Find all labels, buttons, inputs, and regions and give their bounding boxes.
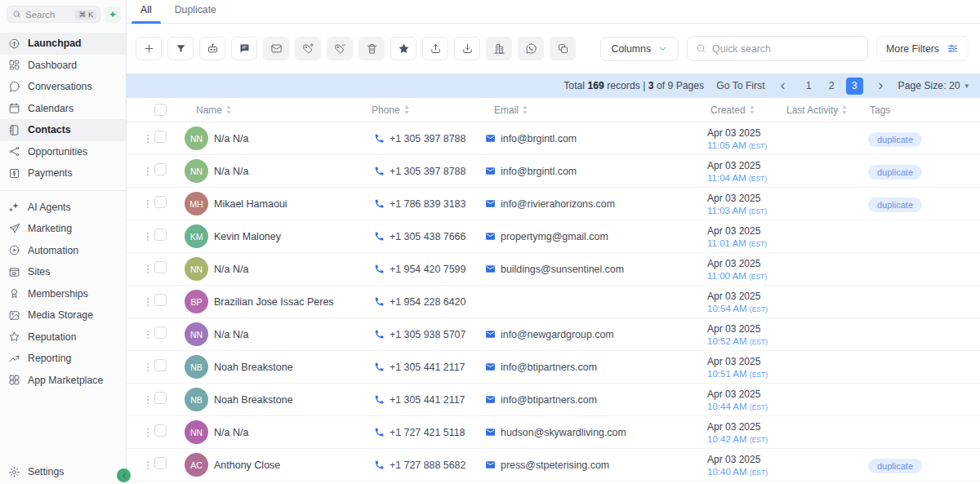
contact-email[interactable]: info@rivierahorizons.com <box>501 198 615 210</box>
contact-email[interactable]: buildings@sunsentinel.com <box>501 264 624 275</box>
email-button[interactable] <box>263 37 289 60</box>
column-header-email[interactable]: Email <box>470 104 690 116</box>
contact-name[interactable]: N/a N/a <box>214 329 248 340</box>
row-menu-icon[interactable] <box>127 362 154 373</box>
row-menu-icon[interactable] <box>127 394 154 406</box>
sidebar-item-automation[interactable]: Automation <box>0 240 126 262</box>
contact-name[interactable]: N/a N/a <box>214 427 248 438</box>
row-checkbox[interactable] <box>154 196 167 208</box>
sidebar-item-ai-agents[interactable]: AI Agents <box>0 197 126 219</box>
delete-button[interactable] <box>359 37 385 60</box>
tag-duplicate[interactable]: duplicate <box>868 132 922 147</box>
row-menu-icon[interactable] <box>127 264 154 275</box>
sidebar-item-payments[interactable]: Payments <box>0 162 126 184</box>
import-button[interactable] <box>454 37 480 60</box>
whatsapp-button[interactable] <box>518 37 544 60</box>
sidebar-item-media-storage[interactable]: Media Storage <box>0 304 126 326</box>
quick-search-input[interactable] <box>712 43 859 55</box>
contact-name[interactable]: Kevin Maloney <box>214 231 281 242</box>
row-checkbox[interactable] <box>154 163 167 175</box>
contact-name[interactable]: Noah Breakstone <box>214 394 293 406</box>
contact-phone[interactable]: +1 727 421 5118 <box>390 427 465 438</box>
sidebar-item-reporting[interactable]: Reporting <box>0 348 126 370</box>
row-menu-icon[interactable] <box>127 427 154 438</box>
contact-phone[interactable]: +1 305 441 2117 <box>390 362 465 373</box>
sort-icon[interactable] <box>225 104 232 115</box>
sidebar-item-settings[interactable]: Settings <box>0 460 126 484</box>
contact-phone[interactable]: +1 305 938 5707 <box>390 329 466 340</box>
sidebar-collapse-button[interactable] <box>117 468 131 482</box>
column-header-created[interactable]: Created <box>690 104 772 116</box>
sidebar-item-opportunities[interactable]: Opportunities <box>0 141 126 163</box>
contact-email[interactable]: propertymg@gmail.com <box>501 231 608 242</box>
sidebar-item-app-marketplace[interactable]: App Marketplace <box>0 370 126 392</box>
more-filters-button[interactable]: More Filters <box>876 36 969 61</box>
chevron-right-icon[interactable] <box>875 81 886 91</box>
sidebar-item-launchpad[interactable]: Launchpad <box>0 33 126 55</box>
company-button[interactable] <box>486 37 512 60</box>
row-checkbox[interactable] <box>154 424 167 437</box>
sidebar-item-memberships[interactable]: Memberships <box>0 283 126 305</box>
column-header-lastact[interactable]: Last Activity <box>772 104 862 116</box>
sidebar-item-calendars[interactable]: Calendars <box>0 98 126 120</box>
page-number-3[interactable]: 3 <box>846 78 863 95</box>
row-menu-icon[interactable] <box>127 296 154 308</box>
contact-phone[interactable]: +1 305 397 8788 <box>390 133 466 144</box>
page-size-selector[interactable]: Page Size: 20 ▾ <box>898 80 969 91</box>
message-button[interactable] <box>231 37 257 60</box>
contact-name[interactable]: Noah Breakstone <box>214 362 293 373</box>
contact-email[interactable]: info@brgintl.com <box>501 166 577 177</box>
robot-button[interactable] <box>199 37 225 60</box>
contact-name[interactable]: Anthony Close <box>214 460 280 471</box>
row-checkbox[interactable] <box>154 261 167 273</box>
row-menu-icon[interactable] <box>127 198 154 210</box>
row-checkbox[interactable] <box>154 131 167 143</box>
select-all-checkbox[interactable] <box>154 104 167 116</box>
columns-button[interactable]: Columns <box>600 37 679 61</box>
contact-email[interactable]: info@newgardgroup.com <box>501 329 614 340</box>
go-to-first-button[interactable]: Go To First <box>716 80 764 91</box>
sort-icon[interactable] <box>403 104 410 115</box>
contact-name[interactable]: N/a N/a <box>214 166 248 177</box>
contact-phone[interactable]: +1 954 420 7599 <box>390 264 466 275</box>
column-header-name[interactable]: Name <box>180 104 347 116</box>
contact-name[interactable]: Mikael Hamaoui <box>214 198 287 210</box>
contact-phone[interactable]: +1 305 441 2117 <box>390 394 465 406</box>
add-button[interactable] <box>136 37 162 60</box>
remove-tag-button[interactable] <box>327 37 353 60</box>
tab-duplicate[interactable]: Duplicate <box>175 4 216 23</box>
contact-name[interactable]: Brazilian Jose Issac Peres <box>214 296 334 308</box>
contact-phone[interactable]: +1 305 438 7666 <box>390 231 466 242</box>
contact-phone[interactable]: +1 786 839 3183 <box>390 198 466 210</box>
sidebar-item-conversations[interactable]: Conversations <box>0 76 126 98</box>
column-header-phone[interactable]: Phone <box>347 104 470 116</box>
sidebar-item-reputation[interactable]: Reputation <box>0 326 126 349</box>
row-checkbox[interactable] <box>154 294 167 306</box>
add-tag-button[interactable] <box>295 37 321 60</box>
row-menu-icon[interactable] <box>127 166 154 177</box>
sidebar-item-marketing[interactable]: Marketing <box>0 218 126 240</box>
chevron-left-icon[interactable] <box>777 81 788 91</box>
row-checkbox[interactable] <box>154 326 167 339</box>
row-checkbox[interactable] <box>154 392 167 404</box>
contact-name[interactable]: N/a N/a <box>214 133 248 144</box>
row-menu-icon[interactable] <box>127 133 154 144</box>
row-checkbox[interactable] <box>154 457 167 469</box>
tag-duplicate[interactable]: duplicate <box>868 459 922 473</box>
tab-all[interactable]: All <box>140 4 152 23</box>
sort-icon[interactable] <box>841 104 848 115</box>
tag-duplicate[interactable]: duplicate <box>868 198 922 212</box>
sort-icon[interactable] <box>522 104 528 115</box>
sidebar-item-sites[interactable]: Sites <box>0 261 126 283</box>
sidebar-item-contacts[interactable]: Contacts <box>0 119 126 141</box>
page-number-2[interactable]: 2 <box>823 78 840 95</box>
contact-email[interactable]: info@btipartners.com <box>501 362 597 373</box>
export-button[interactable] <box>422 37 448 60</box>
filter-button[interactable] <box>167 37 194 60</box>
contact-phone[interactable]: +1 305 397 8788 <box>390 166 466 177</box>
contact-email[interactable]: info@brgintl.com <box>501 133 577 144</box>
tag-duplicate[interactable]: duplicate <box>868 165 922 180</box>
page-number-1[interactable]: 1 <box>800 78 817 95</box>
sidebar-item-dashboard[interactable]: Dashboard <box>0 55 126 77</box>
contact-email[interactable]: press@stpeterising.com <box>501 460 609 471</box>
